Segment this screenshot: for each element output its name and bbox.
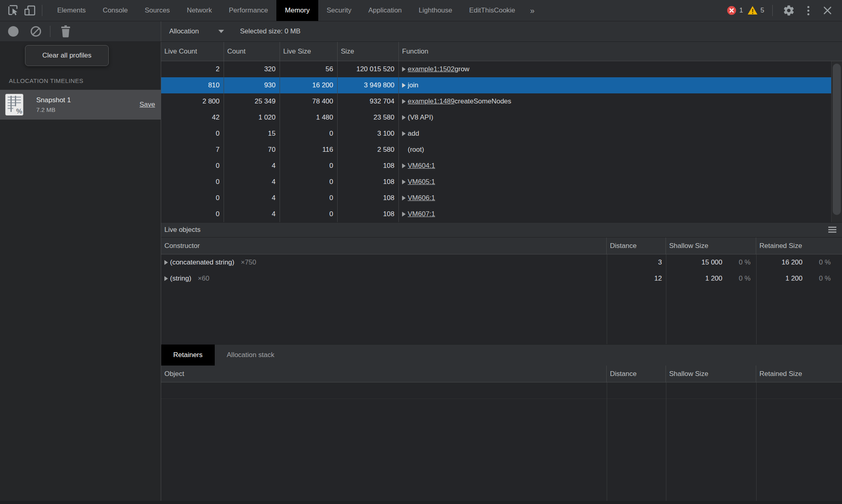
cell-count: 1 020: [224, 109, 280, 126]
table-row-selected[interactable]: 810 930 16 200 3 949 800 join: [161, 77, 831, 93]
delete-profile-button[interactable]: [58, 23, 74, 39]
settings-button[interactable]: [781, 2, 797, 19]
column-header-distance[interactable]: Distance: [607, 366, 666, 382]
inspect-element-button[interactable]: [6, 2, 22, 19]
cell-count: 70: [224, 142, 280, 158]
column-header-retained-size[interactable]: Retained Size: [756, 238, 842, 254]
column-header-constructor[interactable]: Constructor: [161, 238, 607, 254]
tab-console[interactable]: Console: [94, 0, 136, 21]
warning-badge[interactable]: 5: [747, 6, 764, 15]
expand-triangle-icon[interactable]: [402, 163, 406, 168]
allocation-grid-header: Live Count Count Live Size Size Function: [161, 42, 842, 61]
clear-profiles-tooltip: Clear all profiles: [25, 45, 109, 66]
cell-live-size: 16 200: [280, 77, 338, 93]
table-row[interactable]: 0 15 0 3 100 add: [161, 126, 831, 142]
expand-triangle-icon[interactable]: [402, 131, 406, 136]
constructor-grid-body: (concatenated string)×750 3 15 0000 % 16…: [161, 254, 842, 287]
column-header-count[interactable]: Count: [224, 42, 280, 61]
column-header-size[interactable]: Size: [338, 42, 399, 61]
device-toolbar-button[interactable]: [22, 2, 38, 19]
profile-type-label[interactable]: Allocation: [169, 27, 199, 35]
expand-triangle-icon[interactable]: [164, 260, 168, 265]
source-link[interactable]: example1:1502: [408, 65, 454, 73]
cell-function: join: [399, 77, 831, 93]
expand-triangle-icon[interactable]: [164, 276, 168, 281]
panel-tabs: Elements Console Sources Network Perform…: [49, 0, 541, 21]
column-header-distance[interactable]: Distance: [607, 238, 666, 254]
expand-triangle-icon[interactable]: [402, 83, 406, 88]
tab-elements[interactable]: Elements: [49, 0, 94, 21]
column-header-object[interactable]: Object: [161, 366, 607, 382]
live-objects-bar: Live objects: [161, 222, 842, 238]
table-row[interactable]: 42 1 020 1 480 23 580 (V8 API): [161, 109, 831, 126]
error-count: 1: [739, 6, 743, 14]
tab-security[interactable]: Security: [318, 0, 360, 21]
function-name: add: [408, 130, 419, 138]
table-row[interactable]: 0 4 0 108 VM607:1: [161, 206, 831, 222]
more-tabs-button[interactable]: »: [524, 0, 541, 21]
cell-size: 3 949 800: [338, 77, 399, 93]
table-row[interactable]: 2 320 56 120 015 520 example1:1502grow: [161, 61, 831, 77]
column-header-live-count[interactable]: Live Count: [161, 42, 224, 61]
tab-retainers[interactable]: Retainers: [161, 345, 215, 366]
tabbar-right: 1 5: [727, 0, 842, 21]
cell-count: 4: [224, 158, 280, 174]
cell-size: 23 580: [338, 109, 399, 126]
cell-retained-size: 16 2000 %: [756, 254, 842, 271]
snapshot-list-item[interactable]: % Snapshot 1 7.2 MB Save: [0, 90, 161, 120]
chevron-down-icon[interactable]: [218, 30, 224, 33]
expand-triangle-icon[interactable]: [402, 67, 406, 72]
cell-distance: 3: [607, 254, 666, 271]
svg-text:%: %: [16, 107, 22, 115]
table-row[interactable]: (concatenated string)×750 3 15 0000 % 16…: [161, 254, 842, 271]
column-header-shallow-size[interactable]: Shallow Size: [666, 366, 756, 382]
snapshot-save-link[interactable]: Save: [139, 101, 155, 109]
source-link[interactable]: VM605:1: [408, 178, 435, 186]
expand-triangle-icon[interactable]: [402, 180, 406, 184]
table-row[interactable]: 2 800 25 349 78 400 932 704 example1:148…: [161, 93, 831, 109]
table-row[interactable]: 0 4 0 108 VM604:1: [161, 158, 831, 174]
column-divider: [607, 254, 607, 344]
more-options-button[interactable]: [801, 6, 815, 15]
clear-profiles-button[interactable]: [31, 26, 41, 37]
source-link[interactable]: VM607:1: [408, 210, 435, 218]
hamburger-menu-icon[interactable]: [828, 227, 836, 233]
tab-sources[interactable]: Sources: [136, 0, 178, 21]
tab-allocation-stack[interactable]: Allocation stack: [215, 345, 286, 366]
tab-network[interactable]: Network: [178, 0, 220, 21]
empty-row-divider: [161, 399, 842, 399]
source-link[interactable]: example1:1489: [408, 97, 454, 105]
expand-triangle-icon[interactable]: [402, 212, 406, 217]
column-header-live-size[interactable]: Live Size: [280, 42, 338, 61]
cell-live-size: 116: [280, 142, 338, 158]
scrollbar-thumb[interactable]: [833, 64, 841, 215]
snapshot-size: 7.2 MB: [36, 106, 139, 113]
tabbar-right-divider: [772, 5, 773, 16]
source-link[interactable]: VM604:1: [408, 162, 435, 170]
tab-lighthouse[interactable]: Lighthouse: [410, 0, 460, 21]
tab-performance[interactable]: Performance: [220, 0, 276, 21]
expand-triangle-icon[interactable]: [402, 99, 406, 104]
tab-application[interactable]: Application: [360, 0, 410, 21]
tabbar-left: Elements Console Sources Network Perform…: [0, 0, 727, 21]
column-header-function[interactable]: Function: [399, 42, 842, 61]
close-devtools-button[interactable]: [819, 2, 836, 19]
error-badge[interactable]: 1: [727, 6, 743, 15]
record-button[interactable]: [8, 26, 19, 37]
table-row[interactable]: 7 70 116 2 580 (root): [161, 142, 831, 158]
retainers-tabbar: Retainers Allocation stack: [161, 344, 842, 366]
table-row[interactable]: (string)×60 12 1 2000 % 1 2000 %: [161, 271, 842, 287]
retained-percent: 0 %: [803, 258, 831, 266]
cell-function: VM606:1: [399, 190, 831, 206]
tab-memory[interactable]: Memory: [276, 0, 318, 21]
tab-editthiscookie[interactable]: EditThisCookie: [461, 0, 524, 21]
cell-live-count: 7: [161, 142, 224, 158]
expand-triangle-icon[interactable]: [402, 196, 406, 200]
vertical-scrollbar[interactable]: [831, 61, 842, 222]
column-header-shallow-size[interactable]: Shallow Size: [666, 238, 756, 254]
table-row[interactable]: 0 4 0 108 VM605:1: [161, 174, 831, 190]
expand-triangle-icon[interactable]: [402, 115, 406, 120]
source-link[interactable]: VM606:1: [408, 194, 435, 202]
column-header-retained-size[interactable]: Retained Size: [756, 366, 842, 382]
table-row[interactable]: 0 4 0 108 VM606:1: [161, 190, 831, 206]
